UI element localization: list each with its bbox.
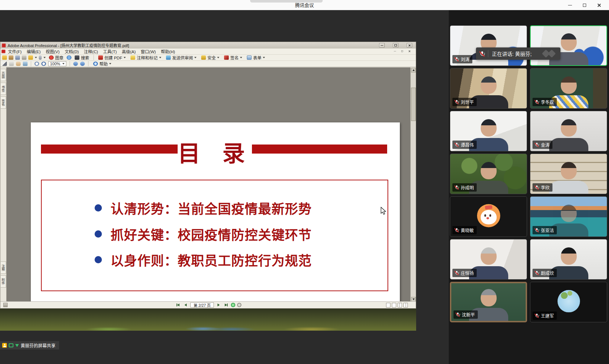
organizer-icon[interactable] [9,55,13,60]
doc-minimize-icon[interactable] [394,51,396,51]
open-file-icon[interactable] [2,55,7,60]
menu-window[interactable]: 窗口(W) [138,48,158,55]
menu-tools[interactable]: 工具(T) [100,48,119,55]
dropdown-caret[interactable] [44,57,46,58]
document-canvas[interactable]: 目 录 认清形势：当前全国疫情最新形势 抓好关键：校园疫情防控关键环节 以 [7,67,411,302]
video-tile[interactable]: 刘涛 [450,25,527,66]
single-page-view-icon[interactable] [386,303,390,307]
doc-restore-icon[interactable] [401,50,403,52]
menu-edit[interactable]: 编辑(E) [24,48,43,55]
zoom-level-select[interactable]: 100% [48,61,66,66]
scroll-thumb[interactable] [411,88,416,121]
two-up-view-icon[interactable] [398,303,402,307]
create-pdf-button[interactable]: 创建 PDF [97,54,127,61]
continuous-view-icon[interactable] [392,303,396,307]
video-tile[interactable]: 李欣 [530,154,607,194]
video-tile[interactable]: 黄晓敏 [450,196,527,237]
video-tile[interactable]: 李冬双 [530,68,607,109]
screen-share-banner[interactable]: 黄丽芬的屏幕共享 [0,341,59,350]
forms-button[interactable]: 表单 [245,54,266,61]
create-pdf-label: 创建 PDF [104,55,122,60]
tab-comments[interactable]: 注释 [1,262,6,274]
menu-view[interactable]: 视图(V) [43,48,62,55]
lock-icon [201,55,206,60]
next-page-button[interactable] [216,302,221,307]
doc-close-icon[interactable] [408,50,410,52]
participant-nameplate: 剧成欣 [533,269,557,277]
page-grid-icon[interactable] [3,303,8,307]
hand-tool-icon[interactable] [16,62,21,66]
sign-button[interactable]: 签名 [223,54,244,61]
text-select-icon[interactable] [9,62,14,66]
acrobat-restore-button[interactable] [393,43,398,47]
document-window-controls [393,49,411,53]
tab-pages[interactable]: 页面 [1,69,6,81]
video-tile[interactable]: 刘世平 [450,68,527,109]
video-tile[interactable]: 剧成欣 [530,239,607,280]
video-tile-active-speaker[interactable] [530,25,607,66]
close-button[interactable] [592,0,606,10]
mic-muted-icon [454,271,459,275]
next-view-round-icon[interactable] [237,303,241,307]
video-tile[interactable]: 孙成明 [450,154,527,194]
mic-muted-icon [534,228,539,233]
acrobat-close-button[interactable] [407,43,412,47]
menu-file[interactable]: 文件(F) [5,48,24,55]
first-page-button[interactable] [175,302,181,307]
acrobat-toolbar-view: 100% 帮助 [0,61,416,67]
video-tile[interactable]: 沈新平 [450,282,527,322]
previous-page-button[interactable] [183,302,188,307]
menu-document[interactable]: 文档(D) [62,48,81,55]
dropdown-caret [159,57,161,58]
video-tile[interactable]: 谭昌伟 [450,111,527,151]
stamp-button[interactable]: 图章 [47,54,65,61]
email-icon[interactable] [67,55,71,60]
video-tile[interactable]: 庄恒扬 [450,239,527,280]
menu-comments[interactable]: 注释(C) [81,48,100,55]
titlebar-handle [250,0,323,3]
tab-bookmarks[interactable]: 书签 [1,83,6,95]
zoom-out-icon[interactable] [34,62,39,66]
last-page-button[interactable] [223,302,229,307]
minimize-icon [381,45,383,46]
comment-markup-button[interactable]: 注释和标记 [129,54,163,61]
previous-view-round-icon[interactable] [231,303,235,307]
page-indicator[interactable]: 第 2/27 页 [190,302,214,307]
combine-files-icon[interactable] [28,55,33,60]
tab-attachments[interactable]: 附件 [1,275,6,288]
search-button[interactable]: 搜索 [73,54,91,61]
menu-advanced[interactable]: 高级(A) [119,48,138,55]
save-icon[interactable] [15,55,20,60]
previous-view-icon[interactable] [73,62,78,66]
acrobat-app-icon [2,43,6,47]
participant-name: 张亚洁 [541,227,554,233]
two-up-continuous-view-icon[interactable] [403,303,408,307]
next-view-icon[interactable] [80,62,85,66]
arrow-down-icon [15,344,19,347]
video-tile[interactable]: 王建军 [530,282,607,322]
scroll-up-button[interactable] [411,68,416,72]
dropdown-caret[interactable] [35,57,37,58]
dropdown-caret [263,57,265,58]
video-tile[interactable]: 金涛 [530,111,607,151]
vertical-scrollbar[interactable] [410,67,416,302]
participant-nameplate: 李冬双 [533,98,557,106]
snapshot-icon[interactable] [23,62,28,66]
video-tile[interactable]: 张亚洁 [530,196,607,237]
attach-icon[interactable] [39,55,42,60]
maximize-button[interactable] [577,0,592,10]
send-review-button[interactable]: 发送供审阅 [165,54,198,61]
help-button[interactable]: 帮助 [92,60,113,67]
select-tool-icon[interactable] [2,62,7,66]
page-navigation-bar: 第 2/27 页 [0,301,416,308]
zoom-in-icon[interactable] [41,62,46,66]
participant-nameplate: 王建军 [533,311,557,320]
tab-signatures[interactable]: 签名 [1,96,6,109]
minimize-button[interactable] [563,0,577,10]
puppy-avatar [477,204,500,227]
print-icon[interactable] [22,55,26,60]
security-button[interactable]: 安全 [200,54,221,61]
menu-help[interactable]: 帮助(H) [158,48,178,55]
mic-muted-icon [455,312,460,317]
acrobat-minimize-button[interactable] [379,43,385,47]
